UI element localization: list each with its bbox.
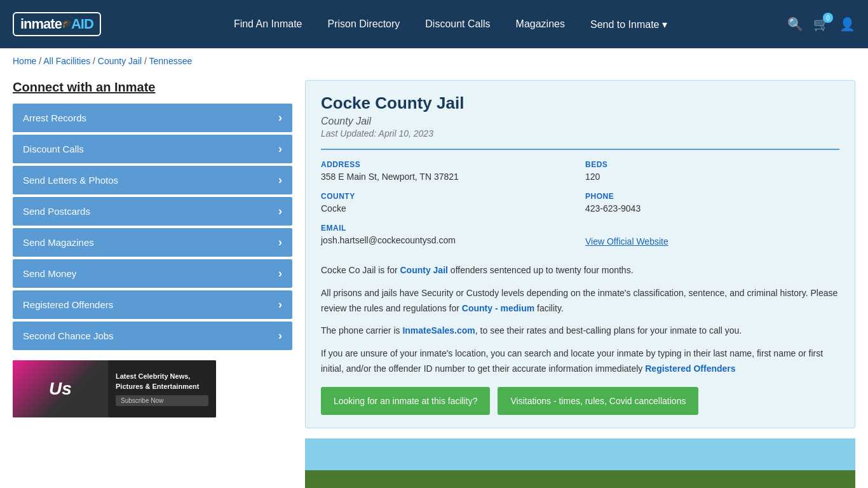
photo-placeholder bbox=[305, 438, 855, 488]
visitations-button[interactable]: Visitations - times, rules, Covid cancel… bbox=[498, 387, 698, 415]
sidebar-item-arrest-records[interactable]: Arrest Records › bbox=[13, 104, 292, 132]
sidebar-item-send-postcards[interactable]: Send Postcards › bbox=[13, 197, 292, 226]
facility-info-grid: ADDRESS 358 E Main St, Newport, TN 37821… bbox=[321, 149, 839, 247]
breadcrumb-county-jail[interactable]: County Jail bbox=[98, 56, 142, 66]
county-jail-link[interactable]: County Jail bbox=[400, 265, 447, 275]
cart-badge: 0 bbox=[823, 13, 833, 23]
breadcrumb: Home / All Facilities / County Jail / Te… bbox=[0, 48, 868, 74]
chevron-right-icon: › bbox=[278, 173, 282, 187]
beds-label: BEDS bbox=[585, 160, 839, 169]
main-nav: Find An Inmate Prison Directory Discount… bbox=[139, 18, 762, 30]
desc-paragraph-2: All prisons and jails have Security or C… bbox=[321, 286, 839, 316]
sidebar-item-label: Send Money bbox=[23, 268, 76, 279]
sidebar-title: Connect with an Inmate bbox=[13, 80, 292, 95]
logo[interactable]: inmate🎓AID bbox=[13, 12, 101, 36]
sidebar-item-discount-calls[interactable]: Discount Calls › bbox=[13, 135, 292, 163]
phone-value: 423-623-9043 bbox=[585, 203, 839, 214]
address-value: 358 E Main St, Newport, TN 37821 bbox=[321, 172, 575, 182]
sidebar-item-label: Second Chance Jobs bbox=[23, 330, 114, 341]
ad-content: Latest Celebrity News, Pictures & Entert… bbox=[108, 360, 216, 417]
ad-title: Latest Celebrity News, Pictures & Entert… bbox=[116, 372, 208, 391]
chevron-right-icon: › bbox=[278, 236, 282, 249]
facility-photo bbox=[305, 438, 855, 488]
sidebar-item-label: Registered Offenders bbox=[23, 299, 113, 310]
phone-label: PHONE bbox=[585, 192, 839, 201]
sidebar-item-label: Discount Calls bbox=[23, 144, 84, 154]
sidebar-item-label: Send Magazines bbox=[23, 237, 94, 248]
beds-value: 120 bbox=[585, 172, 839, 182]
cart-wrapper[interactable]: 🛒 0 bbox=[813, 17, 829, 32]
logo-text: inmate🎓AID bbox=[20, 16, 93, 32]
sidebar-item-registered-offenders[interactable]: Registered Offenders › bbox=[13, 290, 292, 319]
nav-prison-directory[interactable]: Prison Directory bbox=[328, 18, 400, 30]
sidebar-item-label: Arrest Records bbox=[23, 112, 86, 123]
sidebar-item-label: Send Postcards bbox=[23, 206, 90, 217]
sidebar-item-label: Send Letters & Photos bbox=[23, 175, 118, 186]
email-section: EMAIL josh.hartsell@cockecountysd.com bbox=[321, 224, 575, 247]
ad-logo: Us bbox=[49, 379, 72, 399]
facility-last-updated: Last Updated: April 10, 2023 bbox=[321, 128, 839, 139]
address-section: ADDRESS 358 E Main St, Newport, TN 37821 bbox=[321, 160, 575, 182]
sidebar-menu: Arrest Records › Discount Calls › Send L… bbox=[13, 104, 292, 350]
user-icon[interactable]: 👤 bbox=[839, 17, 855, 32]
county-section: COUNTY Cocke bbox=[321, 192, 575, 214]
find-inmate-button[interactable]: Looking for an inmate at this facility? bbox=[321, 387, 490, 415]
nav-magazines[interactable]: Magazines bbox=[516, 18, 565, 30]
action-buttons: Looking for an inmate at this facility? … bbox=[321, 387, 839, 415]
inmate-sales-link[interactable]: InmateSales.com bbox=[402, 325, 475, 336]
breadcrumb-sep3: / bbox=[144, 56, 149, 66]
header-icons: 🔍 🛒 0 👤 bbox=[787, 17, 855, 32]
sidebar-ad[interactable]: Us Latest Celebrity News, Pictures & Ent… bbox=[13, 360, 216, 417]
desc-paragraph-4: If you are unsure of your inmate's locat… bbox=[321, 346, 839, 377]
facility-type: County Jail bbox=[321, 116, 839, 127]
breadcrumb-home[interactable]: Home bbox=[13, 56, 36, 66]
desc-paragraph-1: Cocke Co Jail is for County Jail offende… bbox=[321, 263, 839, 278]
address-label: ADDRESS bbox=[321, 160, 575, 169]
sidebar-item-send-money[interactable]: Send Money › bbox=[13, 259, 292, 288]
beds-section: BEDS 120 bbox=[585, 160, 839, 182]
registered-offenders-link[interactable]: Registered Offenders bbox=[645, 363, 735, 374]
facility-description: Cocke Co Jail is for County Jail offende… bbox=[321, 257, 839, 377]
facility-content: Cocke County Jail County Jail Last Updat… bbox=[305, 80, 855, 488]
facility-name: Cocke County Jail bbox=[321, 93, 839, 113]
chevron-right-icon: › bbox=[278, 111, 282, 125]
sidebar-item-send-magazines[interactable]: Send Magazines › bbox=[13, 228, 292, 257]
chevron-right-icon: › bbox=[278, 329, 282, 342]
chevron-right-icon: › bbox=[278, 142, 282, 156]
county-value: Cocke bbox=[321, 203, 575, 214]
email-label: EMAIL bbox=[321, 224, 575, 233]
nav-find-inmate[interactable]: Find An Inmate bbox=[234, 18, 302, 30]
website-section: View Official Website bbox=[585, 224, 839, 247]
chevron-right-icon: › bbox=[278, 205, 282, 218]
chevron-right-icon: › bbox=[278, 298, 282, 311]
ad-subscribe-button[interactable]: Subscribe Now bbox=[116, 395, 208, 406]
breadcrumb-state[interactable]: Tennessee bbox=[149, 56, 193, 66]
nav-discount-calls[interactable]: Discount Calls bbox=[425, 18, 490, 30]
email-value: josh.hartsell@cockecountysd.com bbox=[321, 235, 575, 245]
search-icon[interactable]: 🔍 bbox=[787, 17, 803, 32]
sidebar: Connect with an Inmate Arrest Records › … bbox=[13, 80, 292, 488]
breadcrumb-sep2: / bbox=[93, 56, 98, 66]
county-medium-link[interactable]: County - medium bbox=[462, 303, 534, 313]
sidebar-item-second-chance-jobs[interactable]: Second Chance Jobs › bbox=[13, 322, 292, 350]
desc-paragraph-3: The phone carrier is InmateSales.com, to… bbox=[321, 323, 839, 339]
phone-section: PHONE 423-623-9043 bbox=[585, 192, 839, 214]
nav-send-to-inmate[interactable]: Send to Inmate ▾ bbox=[590, 18, 667, 30]
ad-image: Us bbox=[13, 360, 108, 417]
chevron-right-icon: › bbox=[278, 267, 282, 280]
facility-card: Cocke County Jail County Jail Last Updat… bbox=[305, 80, 855, 428]
main-content: Connect with an Inmate Arrest Records › … bbox=[0, 74, 868, 488]
view-official-website-link[interactable]: View Official Website bbox=[585, 236, 668, 247]
sidebar-item-send-letters[interactable]: Send Letters & Photos › bbox=[13, 166, 292, 194]
county-label: COUNTY bbox=[321, 192, 575, 201]
header: inmate🎓AID Find An Inmate Prison Directo… bbox=[0, 0, 868, 48]
breadcrumb-all-facilities[interactable]: All Facilities bbox=[43, 56, 90, 66]
